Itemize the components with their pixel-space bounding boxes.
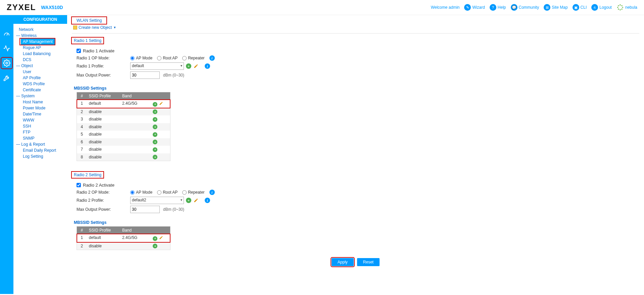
sidebar-item-log-setting[interactable]: Log Setting — [20, 153, 66, 159]
sidebar-title: CONFIGURATION — [13, 15, 67, 24]
row-add-icon[interactable]: + — [153, 147, 157, 152]
sidebar-item-ap-profile[interactable]: AP Profile — [20, 75, 66, 81]
footer-buttons: Apply Reset — [72, 254, 639, 270]
sidebar-item-certificate[interactable]: Certificate — [20, 87, 66, 93]
radio2-profile-add-icon[interactable]: + — [186, 198, 191, 203]
row-profile: disable — [87, 131, 120, 138]
table-row[interactable]: 2disable+ — [77, 242, 170, 250]
radio1-profile-edit-icon[interactable] — [193, 63, 199, 69]
radio1-profile-label: Radio 1 Profile: — [77, 64, 130, 68]
radio1-opmode-root[interactable]: Root AP — [157, 56, 178, 60]
community-link[interactable]: 💬Community — [511, 4, 539, 11]
wand-icon: ✎ — [464, 4, 471, 11]
radio2-opmode-repeater-radio[interactable] — [182, 190, 187, 195]
svg-point-4 — [618, 5, 619, 6]
radio1-activate-checkbox[interactable] — [77, 49, 81, 53]
row-add-icon[interactable]: + — [153, 140, 157, 144]
sidebar-item-email-report[interactable]: Email Daily Report — [20, 147, 66, 153]
table-row[interactable]: 1default2.4G/5G+ — [77, 234, 170, 242]
row-add-icon[interactable]: + — [153, 244, 157, 248]
sidebar-item-load-balancing[interactable]: Load Balancing — [20, 51, 66, 57]
table-row[interactable]: 8disable+ — [77, 153, 170, 161]
sidebar-item-network[interactable]: Network — [16, 27, 66, 33]
table-row[interactable]: 6disable+ — [77, 138, 170, 146]
table-row[interactable]: 5disable+ — [77, 131, 170, 138]
sidebar-item-hostname[interactable]: Host Name — [20, 99, 66, 105]
table-row[interactable]: 7disable+ — [77, 146, 170, 153]
info-icon[interactable]: i — [209, 190, 215, 195]
sidebar-item-snmp[interactable]: SNMP — [20, 135, 66, 141]
create-new-object-button[interactable]: Create new Object ▼ — [72, 24, 117, 31]
info-icon[interactable]: i — [205, 63, 210, 69]
radio2-opmode-root-radio[interactable] — [157, 190, 161, 195]
welcome-text: Welcome admin — [431, 5, 460, 10]
sidebar-item-ap-management[interactable]: AP Management — [21, 39, 55, 45]
apply-button[interactable]: Apply — [332, 258, 354, 266]
radio1-opmode-repeater[interactable]: Repeater — [182, 56, 204, 60]
radio1-profile-select[interactable]: default — [130, 62, 184, 70]
row-add-icon[interactable]: + — [153, 109, 157, 114]
help-icon: ? — [490, 4, 496, 11]
table-row[interactable]: 4disable+ — [77, 123, 170, 131]
sidebar-item-www[interactable]: WWW — [20, 117, 66, 123]
row-add-icon[interactable]: + — [153, 117, 157, 122]
row-edit-icon[interactable] — [159, 235, 163, 240]
rail-configuration-icon[interactable] — [2, 58, 12, 68]
icon-rail — [0, 15, 13, 294]
sidebar-item-wds-profile[interactable]: WDS Profile — [20, 81, 66, 87]
info-icon[interactable]: i — [209, 55, 215, 61]
rail-monitor-icon[interactable] — [2, 43, 12, 53]
rail-dashboard-icon[interactable] — [2, 29, 12, 39]
row-edit-icon[interactable] — [159, 101, 163, 106]
sidebar-group-system[interactable]: System — [16, 93, 66, 99]
radio1-opmode-repeater-radio[interactable] — [182, 56, 187, 60]
rail-maintenance-icon[interactable] — [2, 73, 12, 83]
radio2-opmode-ap-radio[interactable] — [130, 190, 135, 195]
table-row[interactable]: 1default2.4G/5G+ — [77, 100, 170, 108]
radio1-profile-add-icon[interactable]: + — [186, 63, 191, 69]
wizard-link[interactable]: ✎Wizard — [464, 4, 485, 11]
radio2-profile-select[interactable]: default2 — [130, 197, 184, 204]
sidebar-group-log[interactable]: Log & Report — [16, 141, 66, 147]
sidebar-item-user[interactable]: User — [20, 69, 66, 75]
sidebar-item-datetime[interactable]: Date/Time — [20, 111, 66, 117]
radio1-opmode-root-radio[interactable] — [157, 56, 161, 60]
row-actions: + — [151, 146, 170, 153]
radio1-opmode-ap-radio[interactable] — [130, 56, 135, 60]
header: ZYXEL WAX510D Welcome admin ✎Wizard ?Hel… — [0, 0, 644, 15]
radio2-opmode-repeater[interactable]: Repeater — [182, 190, 204, 195]
row-add-icon[interactable]: + — [153, 102, 157, 107]
row-profile: disable — [87, 153, 120, 161]
nav-tree: Network Wireless AP Management Rogue AP … — [13, 24, 67, 162]
table-row[interactable]: 2disable+ — [77, 108, 170, 116]
table-header: # SSID Profile Band — [77, 227, 170, 234]
nebula-link[interactable]: nebula — [616, 4, 637, 11]
radio2-activate-checkbox[interactable] — [77, 183, 81, 187]
sidebar-item-ssh[interactable]: SSH — [20, 123, 66, 129]
radio1-power-input[interactable] — [130, 71, 160, 79]
reset-button[interactable]: Reset — [357, 258, 380, 266]
info-icon[interactable]: i — [205, 198, 210, 203]
row-add-icon[interactable]: + — [153, 155, 157, 159]
radio2-opmode-ap[interactable]: AP Mode — [130, 190, 152, 195]
tab-wlan-setting[interactable]: WLAN Setting — [72, 17, 106, 24]
sidebar-item-dcs[interactable]: DCS — [20, 57, 66, 63]
help-link[interactable]: ?Help — [490, 4, 506, 11]
sitemap-link[interactable]: ⊞Site Map — [544, 4, 567, 11]
sidebar-group-wireless[interactable]: Wireless — [16, 33, 66, 39]
sidebar-group-object[interactable]: Object — [16, 63, 66, 69]
radio1-opmode-ap[interactable]: AP Mode — [130, 56, 152, 60]
table-row[interactable]: 3disable+ — [77, 115, 170, 123]
row-add-icon[interactable]: + — [153, 132, 157, 137]
logout-link[interactable]: ⎋Logout — [591, 4, 612, 11]
radio2-opmode-root[interactable]: Root AP — [157, 190, 178, 195]
sidebar-item-rogue-ap[interactable]: Rogue AP — [20, 45, 66, 51]
cli-link[interactable]: ▣CLI — [573, 4, 587, 11]
sidebar-item-ftp[interactable]: FTP — [20, 129, 66, 135]
row-add-icon[interactable]: + — [153, 125, 157, 129]
row-add-icon[interactable]: + — [153, 236, 157, 241]
radio2-profile-edit-icon[interactable] — [193, 198, 199, 203]
sidebar-item-power-mode[interactable]: Power Mode — [20, 105, 66, 111]
radio2-power-input[interactable] — [130, 206, 160, 213]
row-band: 2.4G/5G — [120, 100, 151, 108]
